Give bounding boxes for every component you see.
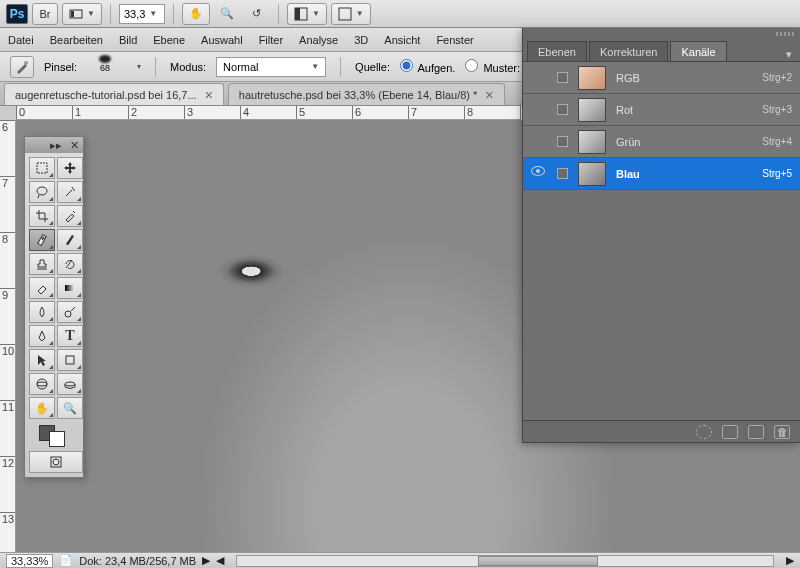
modus-select[interactable]: Normal▼ <box>216 57 326 77</box>
collapse-icon[interactable]: ▸▸ <box>50 139 62 152</box>
menu-datei[interactable]: Datei <box>8 34 34 46</box>
toolbox-panel: ▸▸✕ T ✋ 🔍 <box>24 136 84 478</box>
svg-rect-4 <box>339 8 351 20</box>
dodge-tool[interactable] <box>57 301 83 323</box>
h-scrollbar[interactable] <box>236 555 774 567</box>
arrange-button[interactable]: ▼ <box>287 3 327 25</box>
tab-korrekturen[interactable]: Korrekturen <box>589 41 668 61</box>
channel-thumbnail <box>578 162 606 186</box>
visibility-toggle[interactable] <box>531 134 547 150</box>
panel-grip[interactable] <box>523 28 800 40</box>
app-topbar: Ps Br ▼ 33,3▼ ✋ 🔍 ↺ ▼ ▼ <box>0 0 800 28</box>
eye-icon <box>531 166 545 176</box>
menu-3d[interactable]: 3D <box>354 34 368 46</box>
quickmask-button[interactable] <box>29 451 83 473</box>
channel-gruen[interactable]: Grün Strg+4 <box>523 126 800 158</box>
channel-checkbox[interactable] <box>557 168 568 179</box>
channel-checkbox[interactable] <box>557 72 568 83</box>
3d-tool[interactable] <box>29 373 55 395</box>
svg-point-13 <box>37 382 47 386</box>
status-bar: 33,33% 📄 Dok: 23,4 MB/256,7 MB ▶ ◀ ▶ <box>0 552 800 568</box>
active-tool-icon[interactable] <box>10 56 34 78</box>
brush-dropdown-icon[interactable]: ▾ <box>137 62 141 71</box>
eyedropper-tool[interactable] <box>57 205 83 227</box>
channel-checkbox[interactable] <box>557 104 568 115</box>
type-tool[interactable]: T <box>57 325 83 347</box>
menu-bild[interactable]: Bild <box>119 34 137 46</box>
channel-rgb[interactable]: RGB Strg+2 <box>523 62 800 94</box>
color-swatches[interactable] <box>29 421 83 449</box>
channel-thumbnail <box>578 130 606 154</box>
close-icon[interactable]: × <box>485 87 493 103</box>
rotate-icon[interactable]: ↺ <box>244 3 270 25</box>
tab-kanaele[interactable]: Kanäle <box>670 41 726 61</box>
panel-menu-icon[interactable]: ▾ <box>782 48 796 61</box>
panel-tabs: Ebenen Korrekturen Kanäle ▾ <box>523 40 800 62</box>
brush-preset[interactable]: 68 <box>87 55 123 79</box>
3d-camera-tool[interactable] <box>57 373 83 395</box>
svg-rect-11 <box>66 356 74 364</box>
miniview-button[interactable]: ▼ <box>62 3 102 25</box>
stamp-tool[interactable] <box>29 253 55 275</box>
close-icon[interactable]: ✕ <box>70 139 79 152</box>
gradient-tool[interactable] <box>57 277 83 299</box>
doc-info-icon[interactable]: 📄 <box>59 554 73 567</box>
status-zoom[interactable]: 33,33% <box>6 554 53 568</box>
shape-tool[interactable] <box>57 349 83 371</box>
ps-logo-icon[interactable]: Ps <box>6 4 28 24</box>
zoom-icon[interactable]: 🔍 <box>214 3 240 25</box>
menu-bearbeiten[interactable]: Bearbeiten <box>50 34 103 46</box>
channel-blau[interactable]: Blau Strg+5 <box>523 158 800 190</box>
aufgen-radio[interactable]: Aufgen. <box>400 59 455 74</box>
wand-tool[interactable] <box>57 181 83 203</box>
pen-tool[interactable] <box>29 325 55 347</box>
svg-point-16 <box>53 459 59 465</box>
lasso-tool[interactable] <box>29 181 55 203</box>
doc-tab-2[interactable]: hautretusche.psd bei 33,3% (Ebene 14, Bl… <box>228 83 505 105</box>
scroll-left-icon[interactable]: ◀ <box>216 554 224 567</box>
history-brush-tool[interactable] <box>57 253 83 275</box>
zoom-field[interactable]: 33,3▼ <box>119 4 165 24</box>
hand-tool[interactable]: ✋ <box>29 397 55 419</box>
svg-point-10 <box>65 311 71 317</box>
visibility-toggle[interactable] <box>531 166 547 182</box>
menu-fenster[interactable]: Fenster <box>436 34 473 46</box>
channel-checkbox[interactable] <box>557 136 568 147</box>
panel-footer: 🗑 <box>523 420 800 442</box>
hand-icon[interactable]: ✋ <box>182 3 210 25</box>
channel-thumbnail <box>578 66 606 90</box>
menu-ebene[interactable]: Ebene <box>153 34 185 46</box>
svg-rect-6 <box>37 163 47 173</box>
brush-tool[interactable] <box>57 229 83 251</box>
load-selection-icon[interactable] <box>696 425 712 439</box>
marquee-tool[interactable] <box>29 157 55 179</box>
tab-ebenen[interactable]: Ebenen <box>527 41 587 61</box>
close-icon[interactable]: × <box>205 87 213 103</box>
zoom-tool[interactable]: 🔍 <box>57 397 83 419</box>
blur-tool[interactable] <box>29 301 55 323</box>
menu-auswahl[interactable]: Auswahl <box>201 34 243 46</box>
eraser-tool[interactable] <box>29 277 55 299</box>
screenmode-button[interactable]: ▼ <box>331 3 371 25</box>
crop-tool[interactable] <box>29 205 55 227</box>
visibility-toggle[interactable] <box>531 102 547 118</box>
move-tool[interactable] <box>57 157 83 179</box>
bridge-button[interactable]: Br <box>32 3 58 25</box>
scroll-right-icon[interactable]: ▶ <box>786 554 794 567</box>
menu-filter[interactable]: Filter <box>259 34 283 46</box>
visibility-toggle[interactable] <box>531 70 547 86</box>
menu-ansicht[interactable]: Ansicht <box>384 34 420 46</box>
toolbox-header[interactable]: ▸▸✕ <box>25 137 83 153</box>
menu-analyse[interactable]: Analyse <box>299 34 338 46</box>
delete-icon[interactable]: 🗑 <box>774 425 790 439</box>
doc-tab-1[interactable]: augenretusche-tutorial.psd bei 16,7...× <box>4 83 224 105</box>
new-channel-icon[interactable] <box>748 425 764 439</box>
chevron-right-icon[interactable]: ▶ <box>202 554 210 567</box>
path-select-tool[interactable] <box>29 349 55 371</box>
heal-tool[interactable] <box>29 229 55 251</box>
channel-rot[interactable]: Rot Strg+3 <box>523 94 800 126</box>
collapse-icon[interactable] <box>776 32 794 36</box>
save-selection-icon[interactable] <box>722 425 738 439</box>
muster-radio[interactable]: Muster: <box>465 59 520 74</box>
ruler-vertical[interactable]: 678910111213 <box>0 120 16 552</box>
